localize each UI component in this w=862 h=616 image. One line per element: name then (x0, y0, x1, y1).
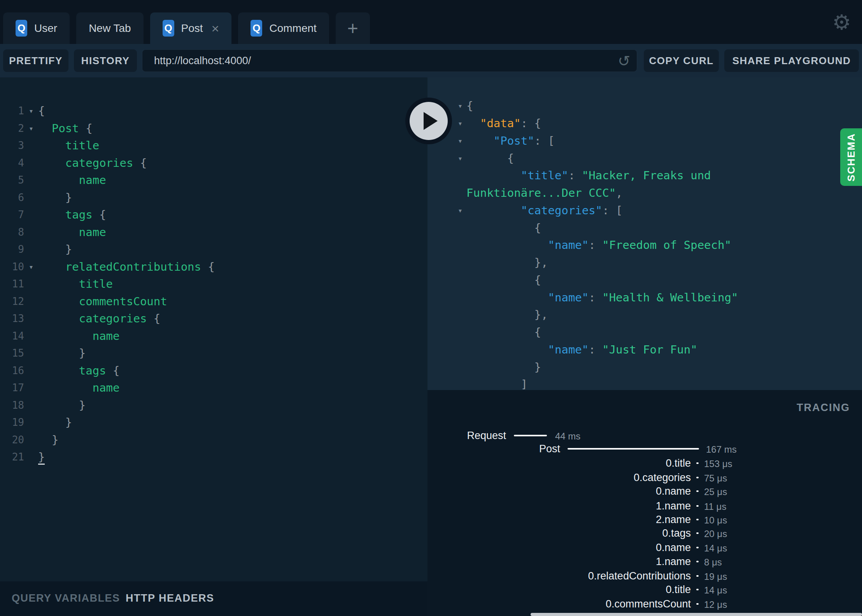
tracing-label: 0.name (656, 485, 691, 497)
response-line: ▾ "categories": [ (427, 202, 862, 219)
query-editor[interactable]: 1▾{2▾ Post {3 title4 categories {5 name6… (0, 77, 427, 581)
code-text: } (38, 346, 86, 360)
response-line: ▾{ (427, 97, 862, 115)
query-badge: Q (251, 20, 262, 37)
line-number: 21 (0, 451, 24, 463)
code-text: tags { (38, 208, 106, 221)
tab-bar: QUserNew TabQPost×QComment+ ⚙ (0, 0, 862, 44)
tracing-duration: 25 μs (704, 486, 727, 497)
tracing-bar (696, 603, 699, 605)
code-text: "name": "Freedom of Speech" (466, 238, 731, 252)
tab-post[interactable]: QPost× (150, 12, 232, 44)
line-number: 9 (0, 243, 24, 255)
tracing-duration: 20 μs (704, 528, 727, 539)
execute-query-button[interactable] (405, 98, 452, 144)
line-number: 6 (0, 192, 24, 203)
line-number: 20 (0, 434, 24, 446)
code-text: title (38, 139, 99, 152)
tab-comment[interactable]: QComment (238, 12, 329, 44)
copy-curl-button[interactable]: COPY CURL (644, 49, 719, 72)
schema-tab[interactable]: SCHEMA (840, 128, 862, 186)
code-text: Post { (38, 122, 93, 135)
code-text: "Post": [ (466, 134, 555, 147)
tracing-row: 0.name25 μs (427, 485, 862, 498)
close-icon[interactable]: × (212, 22, 219, 35)
query-lines: 1▾{2▾ Post {3 title4 categories {5 name6… (0, 102, 427, 466)
query-badge: Q (163, 20, 174, 37)
settings-gear-icon[interactable]: ⚙ (832, 12, 851, 33)
response-line: } (427, 358, 862, 376)
tracing-duration: 10 μs (704, 515, 727, 526)
endpoint-url-input[interactable] (142, 49, 637, 72)
code-text: name (38, 381, 120, 394)
response-viewer: ▾{▾ "data": {▾ "Post": [▾ { "title": "Ha… (427, 77, 862, 390)
tab-label: Post (181, 22, 203, 35)
code-text: "title": "Hacker, Freaks und (466, 169, 711, 182)
tracing-bar (568, 448, 699, 450)
line-number: 1 (0, 105, 24, 117)
query-line: 8 name (0, 224, 427, 241)
line-number: 12 (0, 296, 24, 307)
editor-bottom-bar: QUERY VARIABLES HTTP HEADERS (0, 581, 427, 616)
response-line: "name": "Freedom of Speech" (427, 236, 862, 254)
code-text: } (38, 416, 72, 429)
tracing-scrollbar[interactable] (531, 613, 862, 616)
toolbar: PRETTIFY HISTORY ↺ COPY CURL SHARE PLAYG… (0, 44, 862, 77)
code-text: categories { (38, 312, 160, 325)
tracing-bar (696, 575, 699, 577)
tab-label: Comment (269, 22, 316, 35)
query-line: 14 name (0, 327, 427, 345)
code-text: } (38, 450, 45, 464)
tracing-duration: 153 μs (704, 458, 732, 469)
fold-arrow-icon[interactable]: ▾ (427, 206, 466, 215)
query-line: 19 } (0, 414, 427, 431)
tracing-row: 0.title14 μs (427, 584, 862, 596)
tracing-label: 2.name (656, 514, 691, 526)
response-line: }, (427, 306, 862, 324)
tracing-bar (696, 519, 699, 520)
tracing-duration: 14 μs (704, 543, 727, 554)
tracing-row: 1.name11 μs (427, 500, 862, 513)
http-headers-toggle[interactable]: HTTP HEADERS (126, 592, 214, 604)
tracing-row: 0.name14 μs (427, 542, 862, 554)
history-button[interactable]: HISTORY (74, 49, 137, 72)
query-line: 7 tags { (0, 206, 427, 224)
code-text: Funktionäre...Der CCC", (466, 186, 623, 200)
tracing-label: 0.commentsCount (606, 598, 691, 610)
query-line: 17 name (0, 379, 427, 397)
tracing-bar (696, 589, 699, 590)
query-line: 12 commentsCount (0, 293, 427, 310)
code-text: }, (466, 308, 548, 321)
code-text: commentsCount (38, 295, 167, 308)
fold-arrow-icon[interactable]: ▾ (24, 106, 38, 116)
query-variables-toggle[interactable]: QUERY VARIABLES (12, 592, 120, 604)
add-tab-button[interactable]: + (336, 12, 370, 44)
tab-new-tab[interactable]: New Tab (76, 12, 143, 44)
schema-tab-label: SCHEMA (845, 133, 857, 182)
fold-arrow-icon[interactable]: ▾ (24, 262, 38, 271)
share-playground-button[interactable]: SHARE PLAYGROUND (724, 49, 859, 72)
response-line: ▾ { (427, 149, 862, 167)
line-number: 16 (0, 365, 24, 376)
tracing-title: TRACING (797, 402, 850, 414)
refresh-schema-icon[interactable]: ↺ (618, 52, 630, 70)
response-lines: ▾{▾ "data": {▾ "Post": [▾ { "title": "Ha… (427, 97, 862, 390)
code-text: name (38, 173, 106, 187)
fold-arrow-icon[interactable]: ▾ (427, 154, 466, 163)
tracing-row: 0.categories75 μs (427, 472, 862, 484)
code-text: } (466, 360, 541, 374)
tab-user[interactable]: QUser (3, 12, 70, 44)
play-icon (424, 112, 438, 130)
response-line: Funktionäre...Der CCC", (427, 184, 862, 202)
code-text: { (38, 104, 45, 117)
tracing-bar (696, 532, 699, 534)
tab-list: QUserNew TabQPost×QComment+ (3, 12, 370, 44)
query-line: 18 } (0, 397, 427, 414)
tracing-row: Request44 ms (427, 430, 862, 442)
fold-arrow-icon[interactable]: ▾ (24, 124, 38, 133)
query-line: 10▾ relatedContributions { (0, 258, 427, 276)
line-number: 7 (0, 209, 24, 220)
code-text: relatedContributions { (38, 260, 215, 273)
response-line: { (427, 219, 862, 236)
prettify-button[interactable]: PRETTIFY (3, 49, 68, 72)
